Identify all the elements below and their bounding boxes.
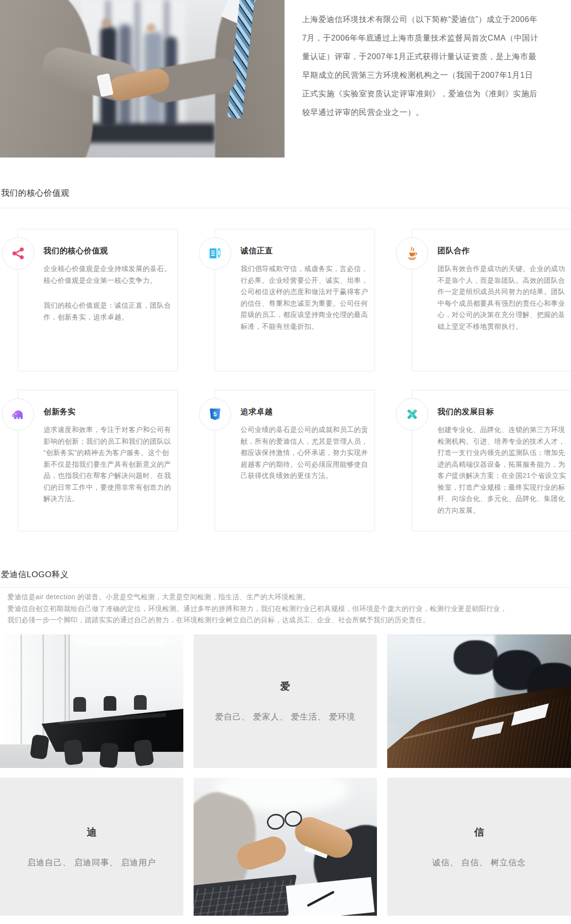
card-title: 团队合作 <box>438 246 567 256</box>
logo-section-heading: 爱迪信LOGO释义 <box>1 569 69 580</box>
card-title: 创新务实 <box>44 407 173 417</box>
handshake-photo <box>0 0 285 158</box>
section-divider <box>0 587 571 587</box>
brand-subtitle: 诚信、 自信、 树立信念 <box>432 857 526 868</box>
card-body: 我们倡导戒欺守信，戒虚务实，言必信，行必果。企业经营要公开、诚实、坦率，公司相信… <box>241 263 370 332</box>
logo-meaning-paragraph: 爱迪信是air detection 的谐音。小意是空气检测，大意是空间检测，指生… <box>7 591 565 626</box>
values-section-heading: 我们的核心价值观 <box>1 187 69 199</box>
logo-meaning-line: 爱迪信是air detection 的谐音。小意是空气检测，大意是空间检测，指生… <box>7 591 565 603</box>
elephant-icon <box>2 398 34 430</box>
value-card-integrity: 诚信正直 我们倡导戒欺守信，戒虚务实，言必信，行必果。企业经营要公开、诚实、坦率… <box>215 229 375 371</box>
test-tubes-icon <box>396 398 428 430</box>
card-body: 创建专业化、品牌化、连锁的第三方环境检测机构。引进、培养专业的技术人才，打造一支… <box>438 424 567 516</box>
card-title: 追求卓越 <box>241 407 370 417</box>
card-title: 我们的发展目标 <box>438 407 567 417</box>
brand-subtitle: 启迪自己、 启迪同事、 启迪用户 <box>27 857 156 868</box>
share-icon <box>2 237 34 270</box>
svg-text:5: 5 <box>214 411 217 418</box>
card-title: 我们的核心价值观 <box>44 246 173 256</box>
meeting-room-photo <box>0 634 183 768</box>
about-page: 上海爱迪信环境技术有限公司（以下简称“爱迪信”）成立于2006年7月，于2006… <box>0 0 571 924</box>
business-hands-photo <box>194 778 377 916</box>
notebook-pencil-icon <box>199 237 231 270</box>
value-card-core-values: 我们的核心价值观 企业核心价值观是企业持续发展的基石。核心价值观是企业第一核心竞… <box>18 229 178 371</box>
company-intro-text: 上海爱迪信环境技术有限公司（以下简称“爱迪信”）成立于2006年7月，于2006… <box>302 10 540 122</box>
card-body: 企业核心价值观是企业持续发展的基石。核心价值观是企业第一核心竞争力。 <box>44 263 173 286</box>
section-divider <box>0 208 571 208</box>
card-body: 团队有效合作是成功的关键。企业的成功不是靠个人，而是靠团队。高效的团队合作一定是… <box>438 263 567 332</box>
conference-table-photo <box>387 634 571 768</box>
brand-title: 迪 <box>87 826 97 839</box>
java-cup-icon <box>396 237 428 270</box>
html5-shield-icon: 5 <box>199 398 231 430</box>
brand-subtitle: 爱自己、 爱家人、 爱生活、 爱环境 <box>215 711 355 722</box>
brand-block-xin: 信 诚信、 自信、 树立信念 <box>387 778 571 916</box>
logo-meaning-line: 我们必须一步一个脚印，踏踏实实的通过自己的努力，在环境检测行业树立自己的目标，达… <box>7 614 565 626</box>
value-card-development-goals: 我们的发展目标 创建专业化、品牌化、连锁的第三方环境检测机构。引进、培养专业的技… <box>412 390 571 531</box>
brand-block-di: 迪 启迪自己、 启迪同事、 启迪用户 <box>0 778 183 916</box>
card-title: 诚信正直 <box>241 246 370 256</box>
brand-title: 信 <box>474 826 484 839</box>
value-card-excellence: 5 追求卓越 公司业绩的基石是公司的成就和员工的贡献，所有的爱迪信人，尤其是管理… <box>215 390 375 531</box>
brand-block-ai: 爱 爱自己、 爱家人、 爱生活、 爱环境 <box>194 634 377 768</box>
card-body: 追求速度和效率，专注于对客户和公司有影响的创新；我们的员工和我们的团队以“创新务… <box>44 424 173 505</box>
brand-title: 爱 <box>281 680 290 693</box>
value-card-innovation: 创新务实 追求速度和效率，专注于对客户和公司有影响的创新；我们的员工和我们的团队… <box>18 390 178 531</box>
logo-meaning-line: 爱迪信自创立初期就给自己做了准确的定位，环境检测。通过多年的拼搏和努力，我们在检… <box>7 603 565 615</box>
card-body: 我们的核心价值观是：诚信正直，团队合作，创新务实，追求卓越。 <box>44 300 173 323</box>
value-card-teamwork: 团队合作 团队有效合作是成功的关键。企业的成功不是靠个人，而是靠团队。高效的团队… <box>412 229 571 371</box>
card-body: 公司业绩的基石是公司的成就和员工的贡献，所有的爱迪信人，尤其是管理人员，都应该保… <box>241 424 370 482</box>
